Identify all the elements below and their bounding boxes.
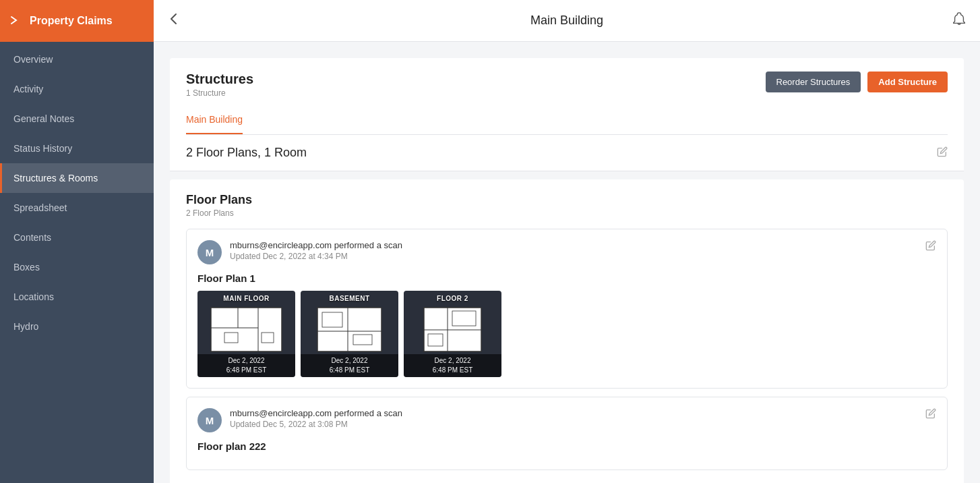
sidebar: Property Claims Overview Activity Genera…	[0, 0, 154, 483]
floor-plan-drawing-floor2	[410, 304, 495, 358]
scan-header-2: M mburns@encircleapp.com performed a sca…	[197, 408, 936, 432]
reorder-structures-button[interactable]: Reorder Structures	[766, 72, 861, 92]
scan-edit-icon-1[interactable]	[925, 240, 936, 254]
structures-actions: Reorder Structures Add Structure	[766, 72, 948, 92]
floor-info-bar: 2 Floor Plans, 1 Room	[170, 135, 964, 171]
sidebar-header[interactable]: Property Claims	[0, 0, 154, 42]
sidebar-item-hydro[interactable]: Hydro	[0, 312, 154, 341]
sidebar-item-contents[interactable]: Contents	[0, 223, 154, 252]
add-structure-button[interactable]: Add Structure	[867, 72, 948, 92]
avatar-1: M	[197, 240, 222, 264]
tabs-bar: Main Building	[186, 106, 948, 135]
sidebar-item-general-notes[interactable]: General Notes	[0, 104, 154, 134]
sidebar-item-status-history[interactable]: Status History	[0, 134, 154, 163]
menu-icon	[11, 14, 23, 28]
svg-rect-0	[211, 308, 282, 351]
sidebar-item-structures-rooms[interactable]: Structures & Rooms	[0, 163, 154, 193]
scan-card-2: M mburns@encircleapp.com performed a sca…	[186, 397, 948, 470]
floor-image-label-basement: BASEMENT	[301, 295, 398, 302]
topbar: Main Building	[154, 0, 980, 42]
sidebar-item-spreadsheet[interactable]: Spreadsheet	[0, 193, 154, 223]
scan-time-2: Updated Dec 5, 2022 at 3:08 PM	[230, 420, 402, 429]
scan-meta-2: mburns@encircleapp.com performed a scan …	[230, 408, 402, 429]
scan-user-2: mburns@encircleapp.com performed a scan	[230, 408, 402, 418]
floor-image-timestamp-basement: Dec 2, 2022 6:48 PM EST	[301, 354, 398, 377]
floor-image-label-floor2: FLOOR 2	[404, 295, 501, 302]
floor-image-timestamp-floor2: Dec 2, 2022 6:48 PM EST	[404, 354, 501, 377]
floor-plans-section: Floor Plans 2 Floor Plans M mburns@encir…	[170, 179, 964, 483]
floor-image-floor2[interactable]: FLOOR 2 Dec 2, 2022 6:48 PM EST	[404, 291, 501, 377]
structures-subtitle: 1 Structure	[186, 88, 253, 98]
floor-info-text: 2 Floor Plans, 1 Room	[186, 146, 307, 160]
floor-image-main-floor[interactable]: MAIN FLOOR Dec 2, 2022 6:48 PM EST	[197, 291, 295, 377]
sidebar-item-boxes[interactable]: Boxes	[0, 252, 154, 282]
floor-images-1: MAIN FLOOR Dec 2, 2022 6:48 PM EST	[197, 291, 936, 377]
scan-card-1: M mburns@encircleapp.com performed a sca…	[186, 229, 948, 389]
floor-plan-name-2: Floor plan 222	[197, 441, 936, 452]
sidebar-item-locations[interactable]: Locations	[0, 282, 154, 312]
scan-user-1: mburns@encircleapp.com performed a scan	[230, 240, 402, 250]
floor-image-basement[interactable]: BASEMENT Dec 2, 2022 6:48 PM EST	[301, 291, 398, 377]
scan-edit-icon-2[interactable]	[925, 408, 936, 422]
floor-plan-drawing-basement	[307, 304, 392, 358]
scan-header-1: M mburns@encircleapp.com performed a sca…	[197, 240, 936, 264]
floor-plans-title: Floor Plans	[186, 193, 948, 207]
floor-plans-subtitle: 2 Floor Plans	[186, 208, 948, 218]
floor-plan-drawing-main	[204, 304, 288, 358]
content-area: Structures 1 Structure Reorder Structure…	[154, 42, 980, 483]
tab-main-building[interactable]: Main Building	[186, 106, 243, 134]
page-title: Main Building	[530, 13, 603, 28]
main-area: Main Building Structures 1 Structure Reo…	[154, 0, 980, 483]
structures-title-block: Structures 1 Structure	[186, 72, 253, 98]
avatar-2: M	[197, 408, 222, 432]
sidebar-item-overview[interactable]: Overview	[0, 45, 154, 74]
sidebar-nav: Overview Activity General Notes Status H…	[0, 42, 154, 341]
floor-image-label-main: MAIN FLOOR	[197, 295, 295, 302]
floor-plan-name-1: Floor Plan 1	[197, 273, 936, 284]
back-button[interactable]	[167, 12, 181, 29]
structures-title: Structures	[186, 72, 253, 87]
scan-meta-1: mburns@encircleapp.com performed a scan …	[230, 240, 402, 261]
notification-bell-icon[interactable]	[952, 11, 967, 30]
structures-header-card: Structures 1 Structure Reorder Structure…	[170, 58, 964, 135]
floor-info-edit-icon[interactable]	[937, 146, 948, 160]
sidebar-item-activity[interactable]: Activity	[0, 74, 154, 104]
floor-image-timestamp-main: Dec 2, 2022 6:48 PM EST	[197, 354, 295, 377]
scan-time-1: Updated Dec 2, 2022 at 4:34 PM	[230, 252, 402, 261]
sidebar-app-title: Property Claims	[30, 15, 113, 27]
